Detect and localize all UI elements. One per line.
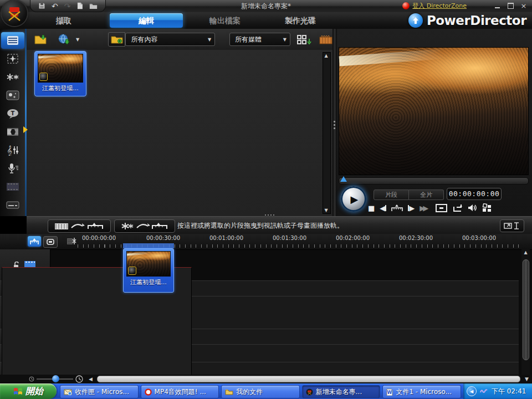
download-media-icon[interactable]: ▼ <box>58 34 79 45</box>
timeline-scroll-thumb[interactable] <box>523 259 529 360</box>
ruler-label: 00:01:30:00 <box>273 235 306 241</box>
voiceover-room-button[interactable] <box>1 160 24 177</box>
library-preview-splitter[interactable] <box>332 29 337 216</box>
minimize-button[interactable] <box>493 2 501 9</box>
library-menu-button[interactable] <box>108 32 125 47</box>
start-button[interactable]: 開始 <box>0 383 57 399</box>
hide-icons-chevron[interactable]: ◀ <box>467 386 477 396</box>
audio-mixing-room-button[interactable]: 𝄞 <box>1 142 24 158</box>
stop-button[interactable]: ■ <box>368 204 375 212</box>
preview-video[interactable] <box>339 47 529 175</box>
brand-orb-icon <box>408 13 423 28</box>
insert-pip-track-icon <box>120 222 169 231</box>
scroll-down-icon[interactable]: ▼ <box>525 376 529 382</box>
directorzone-login[interactable]: 登入 DirectorZone <box>402 2 467 10</box>
library-scroll-up-icon[interactable]: ▲ <box>323 53 329 58</box>
timeline-ruler[interactable]: 00:00:00:00 00:00:30:00 00:01:00:00 00:0… <box>78 234 519 249</box>
library-scrollbar[interactable]: ▲ ▼ <box>323 52 331 214</box>
fast-forward-button[interactable]: ▶▶ <box>420 204 426 212</box>
save-icon[interactable] <box>38 2 45 9</box>
open-project-icon[interactable] <box>89 3 98 9</box>
preview-panel: ▶ 片段 全片 00:00:00:00 ■ ◀ ▶ ▶▶ <box>337 29 532 216</box>
library-scroll-down-icon[interactable]: ▼ <box>323 208 329 213</box>
library-timeline-icon[interactable] <box>319 35 332 44</box>
import-media-icon[interactable] <box>34 34 49 45</box>
timeline-view-button[interactable] <box>28 236 41 247</box>
login-link[interactable]: 登入 DirectorZone <box>412 2 467 10</box>
tab-create-disc[interactable]: 製作光碟 <box>270 13 330 28</box>
previous-frame-button[interactable]: ◀ <box>380 204 386 212</box>
snapshot-button[interactable] <box>482 203 492 212</box>
taskbar-item-inbox[interactable]: 收件匣 - Micros... <box>60 385 139 398</box>
restore-button[interactable] <box>507 2 514 9</box>
panel-splitter-grip[interactable] <box>265 214 277 216</box>
insert-video-track-button[interactable] <box>48 219 111 233</box>
track-manager-button[interactable] <box>64 236 79 247</box>
next-frame-button[interactable]: ▶ <box>408 204 415 212</box>
redo-icon[interactable]: ↷ <box>64 2 71 10</box>
undo-icon[interactable]: ↶ <box>52 2 58 10</box>
sidebar-expander-arrow[interactable] <box>23 126 28 133</box>
media-room-button[interactable] <box>1 32 24 49</box>
clip-mode-button[interactable]: 片段 <box>374 190 409 200</box>
preview-resize-button[interactable] <box>500 219 524 232</box>
storyboard-view-button[interactable] <box>43 236 58 248</box>
subtitle-room-icon <box>6 201 19 209</box>
pip-objects-room-button[interactable] <box>1 69 24 85</box>
taskbar-item-browser[interactable]: MP4音效問題! ... <box>141 385 219 398</box>
particle-room-button[interactable] <box>1 87 24 104</box>
tray-status-icon[interactable] <box>480 388 488 395</box>
zoom-slider-knob[interactable] <box>52 375 59 382</box>
timeline-header: 00:00:00:00 00:00:30:00 00:01:00:00 00:0… <box>0 234 532 250</box>
close-button[interactable]: × <box>520 2 528 9</box>
timeline-horizontal-scrollbar[interactable] <box>97 376 520 382</box>
transition-room-button[interactable] <box>1 124 24 140</box>
windows-flag-icon <box>13 387 23 396</box>
seek-bar[interactable] <box>339 177 529 185</box>
playback-mode-toggle: 片段 全片 <box>374 190 444 200</box>
title-room-button[interactable]: T <box>1 105 24 122</box>
transition-room-icon <box>6 127 19 137</box>
seek-thumb[interactable] <box>340 176 347 182</box>
timeline-vertical-scrollbar[interactable]: ▲ ▼ <box>521 249 530 387</box>
taskbar-item-my-documents[interactable]: 我的文件 <box>221 385 300 398</box>
transport-controls: ■ ◀ ▶ ▶▶ <box>368 201 529 215</box>
ruler-label: 00:03:00:00 <box>462 235 496 241</box>
system-tray: ◀ 下午 02:41 <box>463 383 532 399</box>
timeline-clip[interactable]: 江蕙初登場... <box>123 248 174 293</box>
powerdirector-window: ↶ ↷ 新增未命名專案* 登入 DirectorZone × <box>0 0 532 399</box>
tab-capture[interactable]: 擷取 <box>33 13 94 28</box>
drag-hint-text: 按這裡或將選取的片段拖曳到視訊軌或子母畫面播放軌。 <box>177 221 344 231</box>
movie-mode-button[interactable]: 全片 <box>409 190 444 200</box>
volume-button[interactable] <box>468 204 477 212</box>
window-title: 新增未命名專案* <box>166 2 366 11</box>
content-filter-dropdown[interactable]: 所有內容 ▼ <box>125 33 215 46</box>
tab-edit[interactable]: 編輯 <box>110 13 183 28</box>
new-project-icon[interactable] <box>76 2 83 9</box>
ruler-label: 00:00:00:00 <box>82 235 116 241</box>
pip-objects-room-icon <box>6 72 19 82</box>
tab-produce[interactable]: 輸出檔案 <box>195 13 255 28</box>
chapter-room-icon <box>6 182 19 191</box>
download-dropdown-arrow[interactable]: ▼ <box>76 37 79 42</box>
media-filter-dropdown[interactable]: 所有媒體 ▼ <box>229 33 290 46</box>
chapter-room-button[interactable] <box>1 178 24 195</box>
taskbar-item-word[interactable]: W 文件1 - Microso... <box>382 385 461 398</box>
insert-video-track-icon <box>54 222 105 231</box>
timeline-scroll-up-icon[interactable]: ▲ <box>523 250 529 255</box>
brand-logo: PowerDirector <box>408 12 526 29</box>
taskbar-item-powerdirector[interactable]: 新增未命名專... <box>302 385 381 398</box>
fullscreen-button[interactable] <box>436 204 447 212</box>
effect-room-button[interactable] <box>1 50 24 67</box>
jog-ruler-button[interactable] <box>391 204 403 212</box>
subtitle-room-button[interactable] <box>1 197 24 213</box>
scroll-left-icon[interactable]: ◀ <box>89 376 93 382</box>
media-library-panel: ▼ 所有內容 ▼ 所有媒體 ▼ <box>27 29 332 216</box>
play-button[interactable]: ▶ <box>341 186 366 212</box>
media-item[interactable]: 江蕙初登場... <box>34 51 86 96</box>
taskbar-item-label: MP4音效問題! ... <box>155 387 206 397</box>
undock-preview-button[interactable] <box>452 204 463 212</box>
timeline-zoom-slider[interactable] <box>37 378 73 380</box>
insert-pip-track-button[interactable] <box>114 219 175 233</box>
view-options-icon[interactable] <box>297 35 311 44</box>
